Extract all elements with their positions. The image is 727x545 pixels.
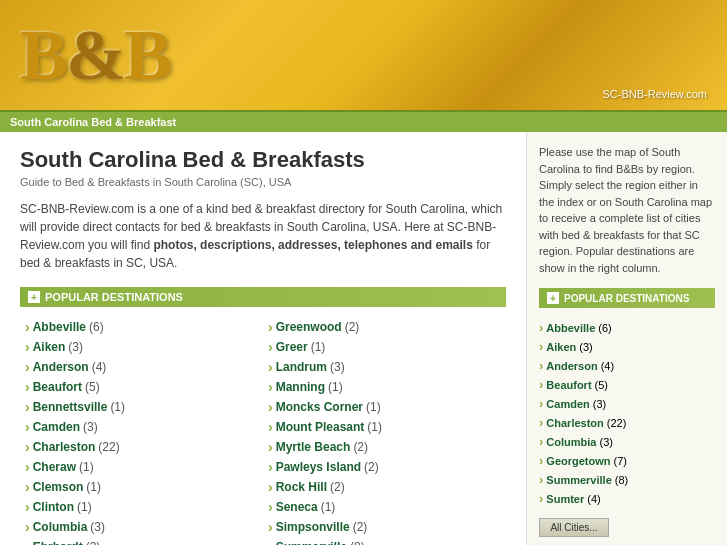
sidebar-intro: Please use the map of South Carolina to … — [539, 144, 715, 276]
logo-text: B&B — [20, 15, 170, 95]
list-item: Greenwood (2) — [268, 317, 501, 337]
list-item: Bennettsville (1) — [25, 397, 258, 417]
list-item: Summerville (8) — [539, 470, 715, 489]
list-item: Myrtle Beach (2) — [268, 437, 501, 457]
sidebar-destination-count: (7) — [614, 455, 627, 467]
destination-link[interactable]: Clemson — [33, 480, 84, 494]
all-cities-button[interactable]: All Cities... — [539, 518, 609, 537]
sidebar-plus-icon: + — [547, 292, 559, 304]
list-item: Beaufort (5) — [25, 377, 258, 397]
destination-link[interactable]: Mount Pleasant — [276, 420, 365, 434]
navbar: South Carolina Bed & Breakfast — [0, 110, 727, 132]
list-item: Manning (1) — [268, 377, 501, 397]
list-item: Beaufort (5) — [539, 375, 715, 394]
plus-icon: + — [28, 291, 40, 303]
list-item: Charleston (22) — [25, 437, 258, 457]
list-item: Anderson (4) — [539, 356, 715, 375]
destination-link[interactable]: Camden — [33, 420, 80, 434]
destination-link[interactable]: Rock Hill — [276, 480, 327, 494]
sidebar-destination-link[interactable]: Aiken — [546, 341, 576, 353]
site-logo: B&B — [20, 14, 170, 97]
destination-link[interactable]: Ehrhardt — [33, 540, 83, 545]
list-item: Moncks Corner (1) — [268, 397, 501, 417]
sidebar-destination-count: (3) — [599, 436, 612, 448]
list-item: Rock Hill (2) — [268, 477, 501, 497]
sidebar-popular-header: + POPULAR DESTINATIONS — [539, 288, 715, 308]
destination-count: (1) — [86, 480, 101, 494]
sidebar-destination-link[interactable]: Camden — [546, 398, 589, 410]
sidebar-destination-link[interactable]: Summerville — [546, 474, 611, 486]
destination-link[interactable]: Landrum — [276, 360, 327, 374]
destination-count: (2) — [364, 460, 379, 474]
destination-link[interactable]: Bennettsville — [33, 400, 108, 414]
destination-count: (4) — [92, 360, 107, 374]
sidebar-destination-link[interactable]: Abbeville — [546, 322, 595, 334]
list-item: Aiken (3) — [539, 337, 715, 356]
right-sidebar: Please use the map of South Carolina to … — [527, 132, 727, 545]
destination-link[interactable]: Cheraw — [33, 460, 76, 474]
sidebar-destination-link[interactable]: Anderson — [546, 360, 597, 372]
destination-link[interactable]: Greer — [276, 340, 308, 354]
destination-count: (1) — [110, 400, 125, 414]
destination-link[interactable]: Seneca — [276, 500, 318, 514]
destination-count: (8) — [350, 540, 365, 545]
sidebar-destination-count: (3) — [593, 398, 606, 410]
destinations-col-right: Greenwood (2)Greer (1)Landrum (3)Manning… — [268, 317, 501, 545]
list-item: Aiken (3) — [25, 337, 258, 357]
destination-count: (2) — [345, 320, 360, 334]
destination-count: (1) — [79, 460, 94, 474]
destination-link[interactable]: Anderson — [33, 360, 89, 374]
destination-count: (1) — [328, 380, 343, 394]
sidebar-destination-link[interactable]: Beaufort — [546, 379, 591, 391]
sidebar-destination-link[interactable]: Sumter — [546, 493, 584, 505]
destination-link[interactable]: Charleston — [33, 440, 96, 454]
destination-link[interactable]: Moncks Corner — [276, 400, 363, 414]
sidebar-destination-count: (6) — [598, 322, 611, 334]
page-description: SC-BNB-Review.com is a one of a kind bed… — [20, 200, 506, 272]
destination-link[interactable]: Summerville — [276, 540, 347, 545]
destination-count: (6) — [89, 320, 104, 334]
sidebar-destinations: Abbeville (6)Aiken (3)Anderson (4)Beaufo… — [539, 318, 715, 508]
destination-link[interactable]: Pawleys Island — [276, 460, 361, 474]
destinations-grid: Abbeville (6)Aiken (3)Anderson (4)Beaufo… — [20, 317, 506, 545]
destination-count: (2) — [330, 480, 345, 494]
destination-count: (3) — [83, 420, 98, 434]
destination-link[interactable]: Aiken — [33, 340, 66, 354]
list-item: Abbeville (6) — [25, 317, 258, 337]
sidebar-destination-count: (5) — [595, 379, 608, 391]
destination-count: (2) — [353, 520, 368, 534]
destination-link[interactable]: Clinton — [33, 500, 74, 514]
destination-link[interactable]: Manning — [276, 380, 325, 394]
destination-link[interactable]: Abbeville — [33, 320, 86, 334]
sidebar-destination-count: (4) — [587, 493, 600, 505]
destination-link[interactable]: Myrtle Beach — [276, 440, 351, 454]
list-item: Cheraw (1) — [25, 457, 258, 477]
list-item: Landrum (3) — [268, 357, 501, 377]
popular-destinations-header: + POPULAR DESTINATIONS — [20, 287, 506, 307]
breadcrumb-link[interactable]: South Carolina Bed & Breakfast — [10, 116, 176, 128]
destination-count: (1) — [77, 500, 92, 514]
desc-bold: photos, descriptions, addresses, telepho… — [153, 238, 472, 252]
left-content: South Carolina Bed & Breakfasts Guide to… — [0, 132, 527, 545]
destination-count: (3) — [90, 520, 105, 534]
list-item: Columbia (3) — [539, 432, 715, 451]
sidebar-destination-link[interactable]: Georgetown — [546, 455, 610, 467]
destination-count: (5) — [85, 380, 100, 394]
sidebar-destination-link[interactable]: Charleston — [546, 417, 603, 429]
list-item: Clemson (1) — [25, 477, 258, 497]
list-item: Camden (3) — [539, 394, 715, 413]
list-item: Anderson (4) — [25, 357, 258, 377]
destination-link[interactable]: Simpsonville — [276, 520, 350, 534]
list-item: Camden (3) — [25, 417, 258, 437]
list-item: Seneca (1) — [268, 497, 501, 517]
page-subtitle: Guide to Bed & Breakfasts in South Carol… — [20, 176, 506, 188]
destination-link[interactable]: Greenwood — [276, 320, 342, 334]
destination-link[interactable]: Columbia — [33, 520, 88, 534]
sidebar-destination-link[interactable]: Columbia — [546, 436, 596, 448]
header: B&B SC-BNB-Review.com — [0, 0, 727, 110]
sidebar-destination-count: (3) — [579, 341, 592, 353]
destination-count: (1) — [321, 500, 336, 514]
destination-count: (1) — [311, 340, 326, 354]
destination-link[interactable]: Beaufort — [33, 380, 82, 394]
list-item: Pawleys Island (2) — [268, 457, 501, 477]
